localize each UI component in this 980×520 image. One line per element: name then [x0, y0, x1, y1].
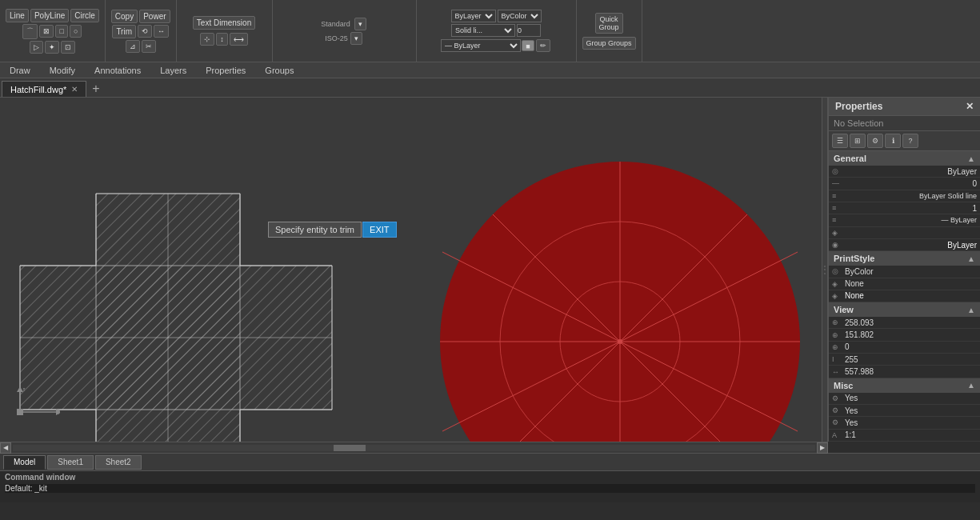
drawing-canvas[interactable]: Specify entity to trim EXIT X Y [0, 98, 822, 442]
prop-handle-row: ◈ [829, 227, 980, 239]
ps-none2-value: None [845, 291, 864, 300]
canvas-scrollbar[interactable]: ◀ ▶ [0, 442, 828, 453]
properties-close-btn[interactable]: ✕ [966, 101, 974, 112]
view-section-header[interactable]: View ▲ [829, 302, 980, 317]
printstyle-arrow: ▲ [967, 254, 975, 263]
menu-groups[interactable]: Groups [255, 62, 303, 78]
prop-list-btn[interactable]: ☰ [832, 134, 848, 148]
new-tab-btn[interactable]: + [87, 81, 104, 97]
line-weight-input[interactable] [517, 24, 541, 37]
prop-info-btn[interactable]: ℹ [885, 134, 901, 148]
printstyle-section-header[interactable]: PrintStyle ▲ [829, 251, 980, 266]
lt-value: ByLayer Solid line [919, 192, 977, 200]
command-input[interactable] [5, 484, 975, 493]
pencil-btn[interactable]: ✏ [536, 39, 550, 52]
scroll-thumb[interactable] [334, 445, 366, 451]
view-x-value: 258.093 [845, 318, 874, 327]
draw-extra1[interactable]: ▷ [30, 41, 43, 54]
arc-tool[interactable]: ⌒ [22, 24, 38, 39]
modify-extra2[interactable]: ↔ [154, 25, 169, 38]
misc-icon4: A [832, 431, 845, 439]
copy-tool[interactable]: Copy [111, 10, 138, 23]
misc-value3: Yes [845, 418, 858, 427]
bycolor-select[interactable]: ByColor [498, 10, 542, 22]
anno-extra3[interactable]: ⟷ [230, 33, 248, 46]
menu-properties[interactable]: Properties [196, 62, 255, 78]
prop-settings-btn[interactable]: ⚙ [867, 134, 883, 148]
menu-modify[interactable]: Modify [40, 62, 85, 78]
modify-extra3[interactable]: ⊿ [126, 40, 140, 53]
hatch-tool[interactable]: ⊠ [39, 25, 54, 38]
misc-icon1: ⚙ [832, 394, 845, 402]
view-z-icon: ⊕ [832, 343, 845, 351]
toolbar-groups-section: QuickGroup Group Groups [577, 0, 642, 62]
anno-extra2[interactable]: ↕ [216, 33, 228, 46]
lt-icon: ≡ [832, 192, 845, 200]
misc-section-header[interactable]: Misc ▲ [829, 378, 980, 393]
ps-color-row: ◎ ByColor [829, 266, 980, 278]
layers-btn[interactable]: ▾ [354, 18, 366, 30]
draw-extra3[interactable]: ⊡ [61, 41, 75, 54]
circle-tool[interactable]: Circle [70, 9, 99, 22]
prop-color-row: ◎ ByLayer [829, 166, 980, 178]
panel-resize-handle[interactable] [822, 98, 828, 442]
menu-annotations[interactable]: Annotations [85, 62, 150, 78]
view-x-icon: ⊕ [832, 318, 845, 326]
svg-rect-51 [17, 409, 23, 415]
tooltip-exit-btn[interactable]: EXIT [362, 222, 396, 238]
sheet-tab-model[interactable]: Model [3, 455, 46, 470]
no-selection-label: No Selection [829, 116, 980, 131]
scroll-right-btn[interactable]: ▶ [817, 442, 828, 454]
prop-layer-row: ≡ — ByLayer [829, 214, 980, 226]
tabbar: HatchFill.dwg* ✕ + [0, 78, 980, 98]
iso-btn[interactable]: ▾ [350, 32, 362, 45]
line-tool[interactable]: Line [6, 9, 29, 22]
lw-icon: — [832, 179, 845, 187]
menu-layers[interactable]: Layers [150, 62, 196, 78]
tooltip-text: Specify entity to trim [268, 222, 362, 238]
view-w-value: 557.988 [845, 367, 874, 376]
rect-tool[interactable]: □ [55, 25, 67, 38]
bylayer-icon: ◉ [832, 241, 845, 249]
general-section-header[interactable]: General ▲ [829, 151, 980, 166]
svg-text:Y: Y [22, 388, 26, 393]
draw-extra2[interactable]: ✦ [45, 41, 59, 54]
solid-line-select[interactable]: Solid li... [451, 24, 515, 37]
axis-indicator: X Y [12, 388, 60, 422]
scroll-left-btn[interactable]: ◀ [0, 442, 11, 454]
prop-help-btn[interactable]: ? [902, 134, 918, 148]
trim-tool[interactable]: Trim [112, 25, 136, 38]
prop-filter-btn[interactable]: ⊞ [850, 134, 866, 148]
view-z-row: ⊕ 0 [829, 342, 980, 354]
svg-point-44 [618, 339, 622, 344]
tab-hatchfill[interactable]: HatchFill.dwg* ✕ [2, 81, 86, 97]
sheet-tab-2[interactable]: Sheet2 [95, 455, 142, 470]
misc-label: Misc [834, 381, 853, 390]
color-swatch[interactable]: ■ [522, 40, 534, 51]
sheet-tab-1[interactable]: Sheet1 [47, 455, 94, 470]
layer-icon: ≡ [832, 216, 845, 224]
tab-close-btn[interactable]: ✕ [71, 85, 78, 94]
modify-extra4[interactable]: ✂ [142, 40, 156, 53]
modify-extra1[interactable]: ⟲ [138, 25, 152, 38]
anno-extra1[interactable]: ⊹ [200, 33, 214, 46]
main-area: Specify entity to trim EXIT X Y Properti… [0, 98, 980, 442]
misc-value2: Yes [845, 406, 858, 415]
text-dim-tool[interactable]: Text Dimension [193, 16, 255, 30]
prop-bylayer-row: ◉ ByLayer [829, 239, 980, 251]
polyline-tool[interactable]: PolyLine [30, 9, 69, 22]
quick-group-btn[interactable]: QuickGroup [595, 13, 623, 34]
menu-draw[interactable]: Draw [0, 62, 40, 78]
tab-label: HatchFill.dwg* [10, 85, 66, 94]
bylayer-select[interactable]: — ByLayer [441, 39, 521, 52]
group-groups-btn[interactable]: Group Groups [582, 37, 636, 50]
misc-row3: ⚙ Yes [829, 417, 980, 429]
ellipse-tool[interactable]: ○ [70, 25, 82, 38]
toolbar-annotations-section: Text Dimension ⊹ ↕ ⟷ [177, 0, 273, 62]
bylayer-color-select[interactable]: ByLayer [451, 10, 496, 22]
power-tool[interactable]: Power [139, 10, 170, 23]
scroll-track[interactable] [13, 445, 815, 451]
ps-none1-row: ◈ None [829, 278, 980, 290]
command-tooltip: Specify entity to trim EXIT [268, 222, 397, 238]
scale-value: 1 [972, 204, 977, 213]
